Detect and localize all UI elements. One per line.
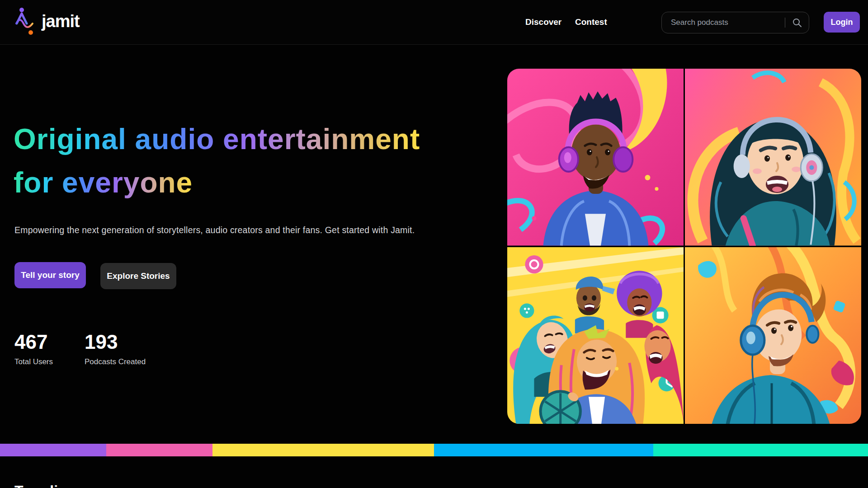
stat-total-users: 467 Total Users bbox=[14, 331, 53, 366]
headline-line-1: Original audio entertainment bbox=[14, 117, 420, 161]
hero-headline: Original audio entertainment for everyon… bbox=[14, 117, 420, 204]
headline-line-2: for everyone bbox=[14, 161, 193, 204]
stripe-segment-yellow bbox=[212, 444, 434, 456]
stripe-segment-purple bbox=[0, 444, 106, 456]
hero-image-group-yellow: B bbox=[507, 247, 684, 424]
search-icon[interactable] bbox=[785, 18, 809, 28]
stat-label: Total Users bbox=[14, 357, 53, 366]
stat-podcasts-created: 193 Podcasts Created bbox=[85, 331, 146, 366]
decorative-color-stripe bbox=[0, 444, 868, 456]
hero-image-woman-pink-orange bbox=[685, 69, 861, 246]
stats-row: 467 Total Users 193 Podcasts Created bbox=[14, 331, 146, 366]
brand-logo[interactable]: jamit bbox=[13, 6, 80, 36]
top-navigation-bar: jamit Discover Contest Login bbox=[0, 0, 868, 45]
nav-item-contest[interactable]: Contest bbox=[575, 0, 607, 44]
search-input[interactable] bbox=[662, 12, 785, 33]
cta-button-row: Tell your story Explore Stories bbox=[14, 262, 176, 289]
hero-image-man-orange bbox=[685, 247, 861, 424]
explore-stories-button[interactable]: Explore Stories bbox=[100, 263, 176, 289]
tell-your-story-button[interactable]: Tell your story bbox=[14, 262, 86, 288]
stat-value: 193 bbox=[85, 331, 146, 353]
search-bar bbox=[661, 12, 809, 33]
brand-name: jamit bbox=[42, 12, 80, 31]
stripe-segment-pink bbox=[106, 444, 212, 456]
page: jamit Discover Contest Login Original au… bbox=[0, 0, 868, 488]
stat-label: Podcasts Created bbox=[85, 357, 146, 366]
login-button[interactable]: Login bbox=[824, 12, 860, 33]
nav-item-discover[interactable]: Discover bbox=[525, 0, 561, 44]
stat-value: 467 bbox=[14, 331, 53, 353]
stripe-segment-blue bbox=[434, 444, 653, 456]
hero-subtitle: Empowering the next generation of storyt… bbox=[14, 225, 415, 235]
stripe-segment-teal bbox=[653, 444, 868, 456]
trending-section-heading: Trending bbox=[14, 483, 75, 488]
jamit-logo-icon bbox=[13, 6, 36, 36]
hero-image-collage: B bbox=[507, 69, 861, 424]
hero-image-man-pink bbox=[507, 69, 684, 246]
